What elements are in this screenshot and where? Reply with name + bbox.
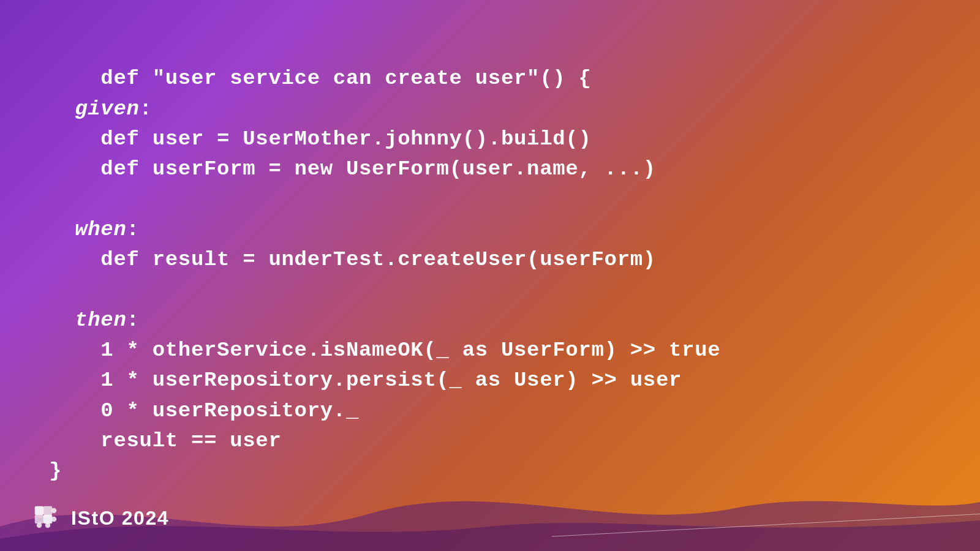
code-line-9: then: xyxy=(49,309,140,332)
svg-point-5 xyxy=(52,517,56,521)
code-line-2: given: xyxy=(49,97,153,121)
svg-rect-1 xyxy=(44,507,51,514)
code-line-3: def user = UserMother.johnny().build() xyxy=(49,127,592,151)
code-line-1: def "user service can create user"() { xyxy=(100,67,591,90)
svg-point-6 xyxy=(37,523,41,527)
code-line-12: 0 * userRepository._ xyxy=(49,399,359,422)
code-line-5 xyxy=(49,187,62,211)
code-line-7: def result = underTest.createUser(userFo… xyxy=(49,248,656,271)
logo-area: IStO 2024 xyxy=(31,502,169,534)
svg-point-4 xyxy=(52,509,56,512)
slide-background: def "user service can create user"() { g… xyxy=(0,0,980,551)
logo-text: IStO 2024 xyxy=(71,507,169,530)
code-block: def "user service can create user"() { g… xyxy=(49,34,931,517)
svg-point-7 xyxy=(46,523,50,527)
code-line-11: 1 * userRepository.persist(_ as User) >>… xyxy=(49,369,682,392)
svg-rect-0 xyxy=(36,507,43,514)
code-line-6: when: xyxy=(49,218,140,241)
code-line-10: 1 * otherService.isNameOK(_ as UserForm)… xyxy=(49,339,720,362)
svg-rect-2 xyxy=(36,515,43,523)
logo-icon xyxy=(31,502,62,534)
code-line-13: result == user xyxy=(49,429,282,452)
code-line-8 xyxy=(49,278,62,301)
code-line-4: def userForm = new UserForm(user.name, .… xyxy=(49,157,656,181)
svg-rect-3 xyxy=(44,515,51,523)
